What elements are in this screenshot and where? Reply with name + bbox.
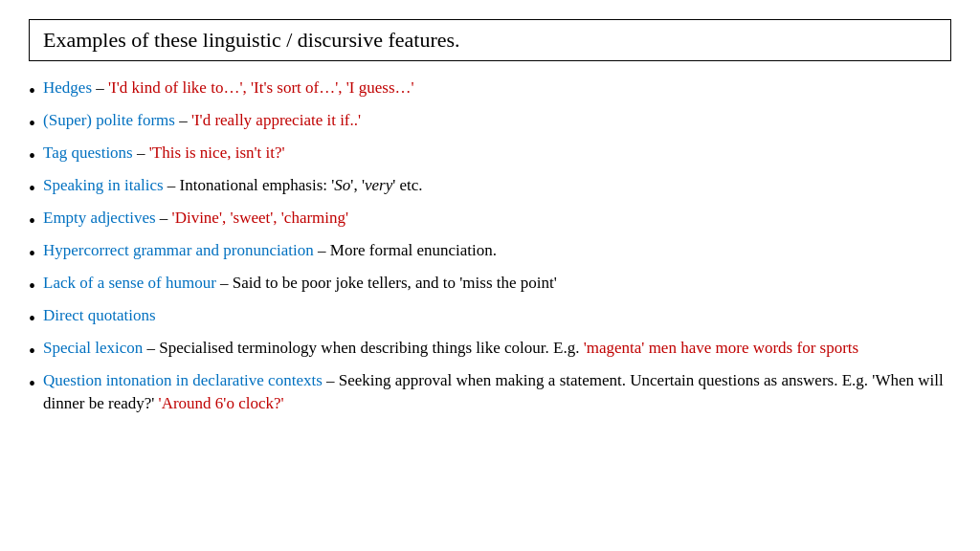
- bullet-dot: •: [29, 305, 35, 332]
- bullet-dot: •: [29, 143, 35, 169]
- item-label: Tag questions: [43, 143, 133, 162]
- list-item: • Special lexicon – Specialised terminol…: [29, 337, 951, 364]
- list-item: • Speaking in italics – Intonational emp…: [29, 174, 951, 202]
- title-box: Examples of these linguistic / discursiv…: [29, 19, 951, 61]
- bullet-dot: •: [29, 110, 35, 137]
- item-empty-adjectives: Empty adjectives – 'Divine', 'sweet', 'c…: [43, 207, 951, 230]
- item-speaking-italics: Speaking in italics – Intonational empha…: [43, 174, 951, 197]
- item-direct-quotations: Direct quotations: [43, 304, 951, 327]
- bullet-dot: •: [29, 240, 35, 267]
- item-tag-questions: Tag questions – 'This is nice, isn't it?…: [43, 142, 951, 165]
- list-item: • Direct quotations: [29, 304, 951, 332]
- item-question-intonation: Question intonation in declarative conte…: [43, 369, 951, 415]
- list-item: • Hedges – 'I'd kind of like to…', 'It's…: [29, 77, 951, 104]
- item-label: Speaking in italics: [43, 176, 164, 194]
- item-polite-forms: (Super) polite forms – 'I'd really appre…: [43, 109, 951, 132]
- bullet-dot: •: [29, 338, 35, 364]
- item-label: Lack of a sense of humour: [43, 274, 216, 292]
- item-label: Empty adjectives: [43, 209, 156, 227]
- item-label: Hedges: [43, 78, 92, 97]
- bullet-list: • Hedges – 'I'd kind of like to…', 'It's…: [29, 77, 951, 420]
- list-item: • Tag questions – 'This is nice, isn't i…: [29, 142, 951, 169]
- list-item: • Hypercorrect grammar and pronunciation…: [29, 239, 951, 267]
- bullet-dot: •: [29, 273, 35, 299]
- item-lack-of-humour: Lack of a sense of humour – Said to be p…: [43, 272, 951, 295]
- item-label: Hypercorrect grammar and pronunciation: [43, 241, 314, 259]
- item-label: Direct quotations: [43, 306, 156, 324]
- list-item: • (Super) polite forms – 'I'd really app…: [29, 109, 951, 137]
- item-special-lexicon: Special lexicon – Specialised terminolog…: [43, 337, 951, 360]
- slide-container: Examples of these linguistic / discursiv…: [0, 0, 980, 551]
- item-label: Question intonation in declarative conte…: [43, 371, 323, 389]
- bullet-dot: •: [29, 370, 35, 397]
- bullet-dot: •: [29, 175, 35, 202]
- list-item: • Empty adjectives – 'Divine', 'sweet', …: [29, 207, 951, 234]
- item-hypercorrect-grammar: Hypercorrect grammar and pronunciation –…: [43, 239, 951, 262]
- item-label: Special lexicon: [43, 339, 143, 357]
- bullet-dot: •: [29, 77, 35, 104]
- bullet-dot: •: [29, 208, 35, 234]
- list-item: • Lack of a sense of humour – Said to be…: [29, 272, 951, 299]
- list-item: • Question intonation in declarative con…: [29, 369, 951, 415]
- item-hedges: Hedges – 'I'd kind of like to…', 'It's s…: [43, 77, 951, 99]
- item-label: (Super) polite forms: [43, 111, 175, 129]
- slide-title: Examples of these linguistic / discursiv…: [43, 28, 460, 52]
